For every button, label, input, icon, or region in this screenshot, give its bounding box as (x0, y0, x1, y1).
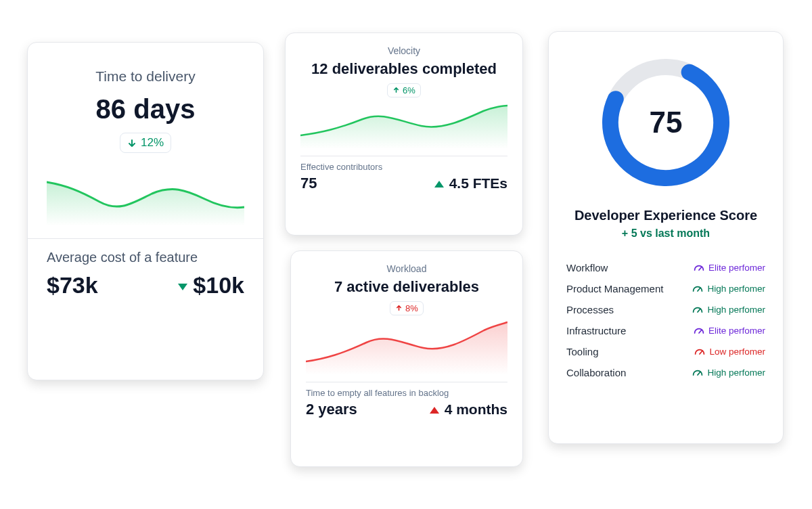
svg-line-6 (700, 351, 702, 354)
dx-category-list: WorkflowElite perfomerProduct Management… (566, 257, 765, 383)
dx-category-name: Product Management (566, 283, 663, 294)
gauge-icon (694, 326, 704, 336)
arrow-down-icon (127, 138, 137, 148)
gauge-icon (694, 347, 705, 357)
ttd-title: Time to delivery (47, 68, 244, 85)
dx-category-tier: High perfomer (692, 284, 765, 294)
avg-cost-value: $73k (47, 272, 98, 298)
dx-score-card: 75 Developer Experience Score + 5 vs las… (548, 31, 784, 444)
backlog-value: 2 years (306, 401, 357, 418)
ttd-sparkline (47, 165, 244, 226)
dx-title: Developer Experience Score (566, 208, 765, 223)
dx-category-row: Product ManagementHigh perfomer (566, 278, 765, 299)
dx-category-name: Tooling (566, 346, 599, 357)
arrow-up-icon (395, 303, 403, 313)
workload-sparkline (306, 319, 508, 375)
dx-category-row: CollaborationHigh perfomer (566, 362, 765, 383)
triangle-up-icon (430, 407, 439, 414)
gauge-icon (694, 263, 704, 273)
contributors-delta: 4.5 FTEs (434, 175, 508, 192)
gauge-icon (692, 305, 703, 315)
svg-line-5 (699, 330, 702, 333)
velocity-change-chip: 6% (387, 83, 421, 97)
svg-line-7 (698, 372, 700, 375)
dx-category-tier: High perfomer (692, 368, 765, 378)
gauge-icon (692, 284, 703, 294)
divider (306, 382, 508, 382)
dx-category-tier: High perfomer (692, 305, 765, 315)
dx-category-name: Workflow (566, 262, 608, 273)
backlog-label: Time to empty all features in backlog (306, 388, 508, 398)
dx-category-tier: Low perfomer (694, 347, 765, 357)
triangle-up-icon (434, 181, 444, 187)
dx-delta: + 5 vs last month (566, 227, 765, 240)
avg-cost-delta: $10k (178, 272, 244, 298)
backlog-delta: 4 months (430, 401, 508, 418)
dx-category-row: InfrastructureElite perfomer (566, 320, 765, 341)
ttd-change-text: 12% (141, 136, 164, 150)
dx-category-name: Collaboration (566, 367, 626, 378)
ttd-change-chip: 12% (120, 133, 171, 153)
time-to-delivery-card: Time to delivery 86 days 12% Average cos… (27, 42, 264, 380)
dx-category-name: Infrastructure (566, 325, 626, 336)
dx-category-row: ToolingLow perfomer (566, 341, 765, 362)
dx-category-tier: Elite perfomer (694, 326, 765, 336)
svg-line-3 (698, 288, 700, 291)
velocity-label: Velocity (300, 45, 508, 56)
dx-score-value: 75 (598, 55, 734, 190)
workload-card: Workload 7 active deliverables 8% Time t… (290, 250, 523, 467)
dx-category-row: WorkflowElite perfomer (566, 257, 765, 278)
contributors-label: Effective contributors (300, 162, 508, 172)
contributors-value: 75 (300, 175, 317, 192)
dx-category-name: Processes (566, 304, 614, 315)
workload-label: Workload (306, 263, 508, 274)
velocity-card: Velocity 12 deliverables completed 6% Ef… (285, 32, 523, 236)
svg-line-2 (699, 267, 702, 270)
avg-cost-title: Average cost of a feature (47, 250, 244, 265)
workload-headline: 7 active deliverables (306, 278, 508, 296)
svg-line-4 (698, 309, 700, 312)
dx-category-tier: Elite perfomer (694, 263, 765, 273)
divider (300, 156, 508, 156)
workload-change-chip: 8% (390, 301, 424, 315)
arrow-up-icon (392, 85, 400, 95)
velocity-change-text: 6% (403, 85, 415, 95)
ttd-value: 86 days (47, 94, 244, 125)
dx-donut: 75 (598, 55, 734, 190)
dx-category-row: ProcessesHigh perfomer (566, 299, 765, 320)
workload-change-text: 8% (405, 303, 418, 313)
velocity-sparkline (300, 102, 508, 149)
triangle-down-icon (178, 284, 187, 290)
velocity-headline: 12 deliverables completed (300, 60, 508, 78)
divider (28, 238, 263, 239)
gauge-icon (692, 368, 703, 378)
